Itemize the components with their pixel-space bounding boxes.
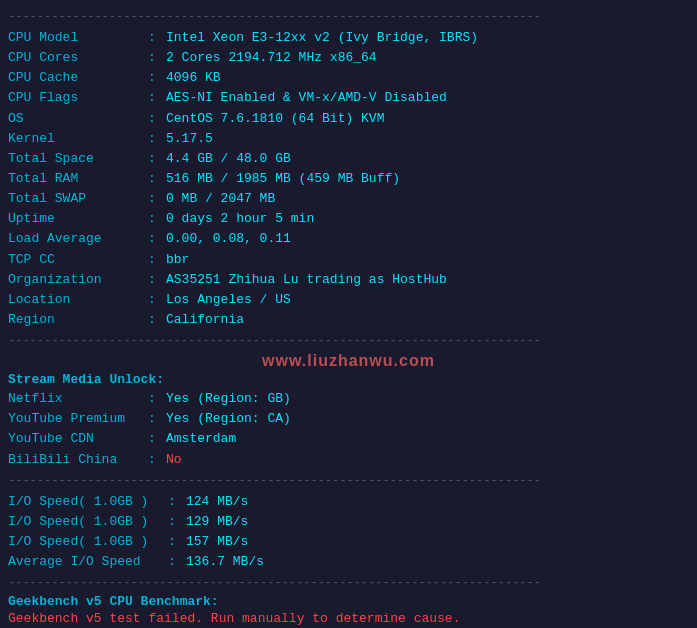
row-value: Yes (Region: CA) (166, 409, 291, 429)
row-colon: : (148, 389, 162, 409)
row-label: Region (8, 310, 148, 330)
system-row: Total Space : 4.4 GB / 48.0 GB (8, 149, 689, 169)
row-value: Intel Xeon E3-12xx v2 (Ivy Bridge, IBRS) (166, 28, 478, 48)
row-label: CPU Cache (8, 68, 148, 88)
row-value: 136.7 MB/s (186, 552, 264, 572)
row-value: AS35251 Zhihua Lu trading as HostHub (166, 270, 447, 290)
io-row: I/O Speed( 1.0GB ) : 124 MB/s (8, 492, 689, 512)
row-label: Organization (8, 270, 148, 290)
row-label: Load Average (8, 229, 148, 249)
divider-2: ----------------------------------------… (8, 474, 689, 488)
row-colon: : (148, 149, 162, 169)
row-value: 516 MB / 1985 MB (459 MB Buff) (166, 169, 400, 189)
row-label: CPU Model (8, 28, 148, 48)
row-colon: : (148, 28, 162, 48)
system-row: CPU Cache : 4096 KB (8, 68, 689, 88)
row-label: I/O Speed( 1.0GB ) (8, 512, 168, 532)
row-label: Uptime (8, 209, 148, 229)
row-label: CPU Flags (8, 88, 148, 108)
watermark-text: www.liuzhanwu.com (8, 352, 689, 370)
row-value: 0 days 2 hour 5 min (166, 209, 314, 229)
row-colon: : (148, 109, 162, 129)
benchmark-v5-title: Geekbench v5 CPU Benchmark: (8, 594, 689, 609)
row-colon: : (168, 532, 182, 552)
divider-1: ----------------------------------------… (8, 334, 689, 348)
row-label: Total SWAP (8, 189, 148, 209)
row-label: BiliBili China (8, 450, 148, 470)
row-value: 0.00, 0.08, 0.11 (166, 229, 291, 249)
row-colon: : (148, 88, 162, 108)
stream-row: YouTube CDN : Amsterdam (8, 429, 689, 449)
row-value: 157 MB/s (186, 532, 248, 552)
row-label: Average I/O Speed (8, 552, 168, 572)
row-value: bbr (166, 250, 189, 270)
row-colon: : (148, 169, 162, 189)
stream-row: YouTube Premium : Yes (Region: CA) (8, 409, 689, 429)
io-row: I/O Speed( 1.0GB ) : 157 MB/s (8, 532, 689, 552)
row-colon: : (168, 552, 182, 572)
row-value: 2 Cores 2194.712 MHz x86_64 (166, 48, 377, 68)
row-colon: : (148, 189, 162, 209)
row-colon: : (148, 409, 162, 429)
row-label: TCP CC (8, 250, 148, 270)
row-value: Yes (Region: GB) (166, 389, 291, 409)
io-speed-section: I/O Speed( 1.0GB ) : 124 MB/s I/O Speed(… (8, 492, 689, 573)
system-row: CPU Cores : 2 Cores 2194.712 MHz x86_64 (8, 48, 689, 68)
row-label: CPU Cores (8, 48, 148, 68)
row-colon: : (148, 429, 162, 449)
row-colon: : (148, 209, 162, 229)
stream-media-section: Netflix : Yes (Region: GB) YouTube Premi… (8, 389, 689, 470)
divider-3: ----------------------------------------… (8, 576, 689, 590)
row-colon: : (148, 229, 162, 249)
row-label: I/O Speed( 1.0GB ) (8, 532, 168, 552)
system-row: Total RAM : 516 MB / 1985 MB (459 MB Buf… (8, 169, 689, 189)
stream-title: Stream Media Unlock: (8, 372, 689, 387)
row-value: Los Angeles / US (166, 290, 291, 310)
system-row: OS : CentOS 7.6.1810 (64 Bit) KVM (8, 109, 689, 129)
row-label: YouTube CDN (8, 429, 148, 449)
row-value: CentOS 7.6.1810 (64 Bit) KVM (166, 109, 384, 129)
row-colon: : (148, 129, 162, 149)
row-colon: : (148, 48, 162, 68)
row-label: OS (8, 109, 148, 129)
system-row: Location : Los Angeles / US (8, 290, 689, 310)
row-label: Location (8, 290, 148, 310)
row-value: 124 MB/s (186, 492, 248, 512)
io-row: I/O Speed( 1.0GB ) : 129 MB/s (8, 512, 689, 532)
row-colon: : (148, 450, 162, 470)
system-info-section: CPU Model : Intel Xeon E3-12xx v2 (Ivy B… (8, 28, 689, 330)
row-colon: : (148, 290, 162, 310)
row-value: No (166, 450, 182, 470)
top-divider: ----------------------------------------… (8, 10, 689, 24)
io-row: Average I/O Speed : 136.7 MB/s (8, 552, 689, 572)
row-colon: : (148, 270, 162, 290)
system-row: Load Average : 0.00, 0.08, 0.11 (8, 229, 689, 249)
system-row: Kernel : 5.17.5 (8, 129, 689, 149)
row-colon: : (148, 68, 162, 88)
row-value: 4.4 GB / 48.0 GB (166, 149, 291, 169)
row-colon: : (168, 492, 182, 512)
stream-row: BiliBili China : No (8, 450, 689, 470)
system-row: CPU Model : Intel Xeon E3-12xx v2 (Ivy B… (8, 28, 689, 48)
benchmark-v5-error: Geekbench v5 test failed. Run manually t… (8, 611, 689, 626)
system-row: Organization : AS35251 Zhihua Lu trading… (8, 270, 689, 290)
row-label: Netflix (8, 389, 148, 409)
system-row: Region : California (8, 310, 689, 330)
row-colon: : (148, 250, 162, 270)
row-label: Total Space (8, 149, 148, 169)
system-row: CPU Flags : AES-NI Enabled & VM-x/AMD-V … (8, 88, 689, 108)
row-colon: : (168, 512, 182, 532)
row-value: 4096 KB (166, 68, 221, 88)
stream-row: Netflix : Yes (Region: GB) (8, 389, 689, 409)
row-value: 0 MB / 2047 MB (166, 189, 275, 209)
row-label: Total RAM (8, 169, 148, 189)
row-label: Kernel (8, 129, 148, 149)
system-row: TCP CC : bbr (8, 250, 689, 270)
row-value: AES-NI Enabled & VM-x/AMD-V Disabled (166, 88, 447, 108)
row-colon: : (148, 310, 162, 330)
row-label: YouTube Premium (8, 409, 148, 429)
row-value: Amsterdam (166, 429, 236, 449)
row-value: California (166, 310, 244, 330)
system-row: Total SWAP : 0 MB / 2047 MB (8, 189, 689, 209)
row-label: I/O Speed( 1.0GB ) (8, 492, 168, 512)
